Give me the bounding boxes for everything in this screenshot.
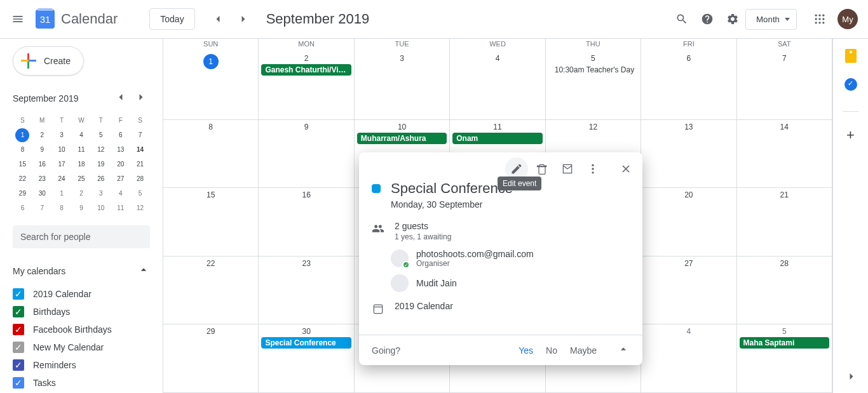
mini-day[interactable]: 9 [72, 201, 92, 215]
mini-day[interactable]: 22 [13, 171, 32, 186]
settings-icon[interactable] [720, 6, 745, 32]
mini-day[interactable]: 3 [52, 128, 72, 142]
mini-day[interactable]: 10 [52, 142, 72, 157]
day-cell[interactable]: 30Special Conference [259, 324, 354, 393]
main-menu-button[interactable] [5, 6, 31, 32]
keep-icon[interactable] [845, 49, 857, 63]
day-cell[interactable]: 5Maha Saptami [737, 324, 832, 393]
mini-day[interactable]: 4 [111, 186, 130, 201]
day-cell[interactable]: 2Ganesh Chaturthi/Vinayaka [259, 51, 354, 120]
day-cell[interactable]: 29 [163, 324, 259, 393]
mini-day[interactable]: 2 [32, 128, 52, 142]
prev-month-button[interactable] [205, 6, 231, 32]
mini-day[interactable]: 7 [130, 128, 150, 142]
day-cell[interactable]: 9 [259, 120, 354, 189]
event-chip[interactable]: Muharram/Ashura [357, 133, 447, 144]
my-calendars-toggle[interactable]: My calendars [13, 258, 150, 283]
mini-day[interactable]: 26 [91, 171, 111, 186]
day-cell[interactable]: 15 [163, 188, 259, 256]
event-chip[interactable]: Maha Saptami [740, 337, 829, 349]
mini-day[interactable]: 19 [91, 157, 111, 171]
day-cell[interactable]: 4 [641, 324, 736, 393]
mini-day[interactable]: 5 [91, 128, 111, 142]
mini-day[interactable]: 6 [13, 201, 32, 215]
mini-day[interactable]: 25 [72, 171, 92, 186]
mini-day[interactable]: 3 [91, 186, 111, 201]
mini-day[interactable]: 29 [13, 186, 32, 201]
mini-day[interactable]: 2 [72, 186, 92, 201]
mini-day[interactable]: 6 [111, 128, 130, 142]
day-cell[interactable]: 22 [163, 256, 259, 325]
today-button[interactable]: Today [149, 8, 194, 30]
day-cell[interactable]: 13 [641, 120, 736, 189]
mini-day[interactable]: 1 [52, 186, 72, 201]
mini-day[interactable]: 8 [13, 142, 32, 157]
mini-day[interactable]: 13 [111, 142, 130, 157]
rsvp-maybe[interactable]: Maybe [570, 345, 597, 356]
mini-day[interactable]: 9 [32, 142, 52, 157]
mini-day[interactable]: 18 [72, 157, 92, 171]
mini-day[interactable]: 20 [111, 157, 130, 171]
day-cell[interactable]: 510:30am Teacher's Day [546, 51, 641, 120]
calendar-toggle[interactable]: ✓2019 Calendar [13, 288, 150, 300]
event-chip[interactable]: Ganesh Chaturthi/Vinayaka [261, 64, 351, 76]
add-addon-button[interactable]: + [846, 127, 855, 143]
mini-next-button[interactable] [132, 88, 150, 108]
mini-day[interactable]: 21 [130, 157, 150, 171]
day-cell[interactable]: 6 [641, 51, 736, 120]
day-cell[interactable]: 27 [641, 256, 736, 325]
mini-day[interactable]: 17 [52, 157, 72, 171]
tasks-icon[interactable] [844, 78, 857, 91]
hide-panel-button[interactable] [843, 368, 860, 385]
close-popup-button[interactable] [614, 157, 637, 180]
day-cell[interactable]: 4 [450, 51, 545, 120]
day-cell[interactable]: 20 [641, 188, 736, 256]
search-icon[interactable] [669, 6, 695, 32]
mini-day[interactable]: 4 [72, 128, 92, 142]
mini-day[interactable]: 5 [130, 186, 150, 201]
day-cell[interactable]: 16 [259, 188, 354, 256]
mini-day[interactable]: 14 [130, 142, 150, 157]
mini-day[interactable]: 28 [130, 171, 150, 186]
mini-day[interactable]: 1 [15, 128, 29, 142]
mini-day[interactable]: 8 [52, 201, 72, 215]
mini-day[interactable]: 24 [52, 171, 72, 186]
mini-day[interactable]: 27 [111, 171, 130, 186]
rsvp-expand-button[interactable] [617, 343, 630, 357]
day-cell[interactable]: 21 [737, 188, 832, 256]
day-cell[interactable]: 14 [737, 120, 832, 189]
mini-day[interactable]: 30 [32, 186, 52, 201]
account-avatar[interactable]: My [837, 9, 858, 29]
event-chip[interactable]: Onam [452, 133, 542, 144]
calendar-toggle[interactable]: ✓New My Calendar [13, 342, 150, 353]
mini-day[interactable]: 15 [13, 157, 32, 171]
mini-day[interactable]: 11 [72, 142, 92, 157]
email-guests-button[interactable] [556, 157, 579, 180]
mini-calendar[interactable]: SMTWTFS123456789101112131415161718192021… [13, 113, 150, 215]
day-cell[interactable]: 7 [737, 51, 832, 120]
event-chip[interactable]: Special Conference [261, 337, 351, 349]
event-chip[interactable]: 10:30am Teacher's Day [548, 64, 638, 76]
mini-day[interactable]: 16 [32, 157, 52, 171]
mini-day[interactable]: 23 [32, 171, 52, 186]
calendar-toggle[interactable]: ✓Birthdays [13, 306, 150, 317]
options-button[interactable] [581, 157, 604, 180]
rsvp-no[interactable]: No [546, 345, 557, 356]
day-cell[interactable]: 28 [737, 256, 832, 325]
calendar-toggle[interactable]: ✓Tasks [13, 377, 150, 389]
apps-icon[interactable] [807, 6, 832, 32]
rsvp-yes[interactable]: Yes [519, 345, 533, 356]
calendar-toggle[interactable]: ✓Reminders [13, 359, 150, 371]
day-cell[interactable]: 3 [355, 51, 450, 120]
mini-day[interactable]: 11 [111, 201, 130, 215]
day-cell[interactable]: 1 [163, 51, 259, 120]
mini-day[interactable]: 7 [32, 201, 52, 215]
day-cell[interactable]: 8 [163, 120, 259, 189]
mini-day[interactable]: 12 [91, 142, 111, 157]
calendar-toggle[interactable]: ✓Facebook Birthdays [13, 324, 150, 335]
support-icon[interactable] [695, 6, 720, 32]
search-people-input[interactable]: Search for people [13, 225, 150, 248]
mini-day[interactable]: 10 [91, 201, 111, 215]
view-selector[interactable]: Month [745, 9, 797, 30]
create-button[interactable]: Create [13, 46, 84, 76]
